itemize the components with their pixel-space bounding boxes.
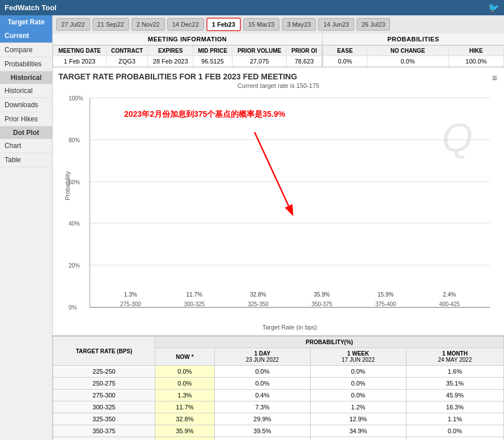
content-area: 27 Jul22 21 Sep22 2 Nov22 14 Dec22 1 Feb… bbox=[53, 15, 504, 440]
rate-375-400: 375-400 bbox=[53, 437, 155, 441]
bar-group-5: 15.9% 375-400 bbox=[354, 291, 418, 307]
col-prior-volume: PRIOR VOLUME bbox=[232, 46, 286, 56]
sidebar-item-compare[interactable]: Compare bbox=[0, 43, 52, 57]
col-mid-price: MID PRICE bbox=[193, 46, 232, 56]
now-225-250: 0.0% bbox=[155, 366, 215, 378]
chart-inner: 0% 20% 40% 60% 80% 100% bbox=[90, 98, 490, 308]
sidebar-item-downloads[interactable]: Downloads bbox=[0, 98, 52, 112]
tab-2nov22[interactable]: 2 Nov22 bbox=[132, 18, 165, 31]
probabilities-block: PROBABILITIES EASE NO CHANGE HIKE 0.0% 0… bbox=[323, 33, 504, 67]
sidebar-item-historical[interactable]: Historical bbox=[0, 84, 52, 98]
prior-volume-val: 27,075 bbox=[232, 56, 286, 67]
table-row: 350-375 35.9% 39.5% 34.9% 0.0% bbox=[53, 425, 504, 437]
tab-3may23[interactable]: 3 May23 bbox=[282, 18, 316, 31]
col-1day: 1 DAY23 JUN 2022 bbox=[214, 348, 310, 366]
tab-15mar23[interactable]: 15 Mar23 bbox=[243, 18, 279, 31]
sidebar-target-rate[interactable]: Target Rate bbox=[0, 15, 52, 29]
rate-250-275: 250-275 bbox=[53, 378, 155, 390]
chart-menu-icon[interactable]: ≡ bbox=[492, 73, 497, 83]
rate-325-350: 325-350 bbox=[53, 413, 155, 425]
bar-label-5: 375-400 bbox=[375, 301, 396, 307]
month1-325-350: 1.1% bbox=[406, 413, 503, 425]
col-hike: HIKE bbox=[448, 46, 503, 56]
table-row: 300-325 11.7% 7.3% 1.2% 16.3% bbox=[53, 401, 504, 413]
day1-275-300: 0.4% bbox=[214, 390, 310, 401]
col-expires: EXPIRES bbox=[148, 46, 193, 56]
bar-value-6: 2.4% bbox=[443, 291, 456, 298]
day1-375-400: 19.7% bbox=[214, 437, 310, 441]
sidebar-dot-plot-section: Dot Plot bbox=[0, 126, 52, 139]
col-prior-oi: PRIOR OI bbox=[287, 46, 322, 56]
tab-14jun23[interactable]: 14 Jun23 bbox=[318, 18, 354, 31]
bars-area: 1.3% 275-300 11.7% 300-325 32.8% bbox=[90, 98, 490, 307]
table-row: 375-400 15.9% 19.7% 36.0% 0.0% bbox=[53, 437, 504, 441]
now-350-375: 35.9% bbox=[155, 425, 215, 437]
sidebar-item-current[interactable]: Current bbox=[0, 29, 52, 43]
twitter-icon[interactable]: 🐦 bbox=[488, 2, 499, 13]
week1-250-275: 0.0% bbox=[310, 378, 406, 390]
tab-27jul22[interactable]: 27 Jul22 bbox=[56, 18, 90, 31]
meeting-info-title: MEETING INFORMATION bbox=[53, 33, 322, 45]
sidebar-item-table[interactable]: Table bbox=[0, 153, 52, 167]
week1-350-375: 34.9% bbox=[310, 425, 406, 437]
prior-oi-val: 78,623 bbox=[287, 56, 322, 67]
bottom-table-section: TARGET RATE (BPS) PROBABILITY(%) NOW * 1… bbox=[53, 335, 504, 440]
bar-label-1: 275-300 bbox=[120, 301, 141, 307]
app-header: FedWatch Tool 🐦 bbox=[0, 0, 504, 15]
month1-225-250: 1.6% bbox=[406, 366, 503, 378]
meeting-date-val: 1 Feb 2023 bbox=[53, 56, 107, 67]
chart-title: TARGET RATE PROBABILITIES FOR 1 FEB 2023… bbox=[58, 72, 498, 81]
month1-300-325: 16.3% bbox=[406, 401, 503, 413]
expires-val: 28 Feb 2023 bbox=[148, 56, 193, 67]
bar-label-2: 300-325 bbox=[184, 301, 205, 307]
col-now: NOW * bbox=[155, 348, 215, 366]
bar-group-4: 35.9% 350-375 bbox=[290, 291, 354, 307]
bar-group-6: 2.4% 400-425 bbox=[418, 291, 482, 307]
bar-value-2: 11.7% bbox=[187, 291, 202, 298]
contract-val: ZQG3 bbox=[106, 56, 148, 67]
now-250-275: 0.0% bbox=[155, 378, 215, 390]
bar-group-1: 1.3% 275-300 bbox=[99, 291, 163, 307]
table-row: 225-250 0.0% 0.0% 0.0% 1.6% bbox=[53, 366, 504, 378]
now-375-400: 15.9% bbox=[155, 437, 215, 441]
main-layout: Target Rate Current Compare Probabilitie… bbox=[0, 15, 504, 440]
day1-225-250: 0.0% bbox=[214, 366, 310, 378]
tab-14dec22[interactable]: 14 Dec22 bbox=[167, 18, 204, 31]
week1-300-325: 1.2% bbox=[310, 401, 406, 413]
tabs-row: 27 Jul22 21 Sep22 2 Nov22 14 Dec22 1 Feb… bbox=[53, 15, 504, 33]
week1-225-250: 0.0% bbox=[310, 366, 406, 378]
month1-250-275: 35.1% bbox=[406, 378, 503, 390]
meeting-info-block: MEETING INFORMATION MEETING DATE CONTRAC… bbox=[53, 33, 323, 67]
sidebar-item-probabilities[interactable]: Probabilities bbox=[0, 57, 52, 71]
day1-350-375: 39.5% bbox=[214, 425, 310, 437]
x-axis-label: Target Rate (in bps) bbox=[90, 324, 490, 331]
col-ease: EASE bbox=[323, 46, 367, 56]
day1-300-325: 7.3% bbox=[214, 401, 310, 413]
bar-label-3: 325-350 bbox=[248, 301, 269, 307]
meeting-section: MEETING INFORMATION MEETING DATE CONTRAC… bbox=[53, 33, 504, 67]
prob-group-header: PROBABILITY(%) bbox=[155, 337, 504, 348]
tab-21sep22[interactable]: 21 Sep22 bbox=[92, 18, 129, 31]
table-row: 325-350 32.8% 29.9% 12.9% 1.1% bbox=[53, 413, 504, 425]
month1-375-400: 0.0% bbox=[406, 437, 503, 441]
table-row: 250-275 0.0% 0.0% 0.0% 35.1% bbox=[53, 378, 504, 390]
no-change-val: 0.0% bbox=[367, 56, 448, 67]
meeting-info-table: MEETING DATE CONTRACT EXPIRES MID PRICE … bbox=[53, 45, 322, 67]
probability-table: TARGET RATE (BPS) PROBABILITY(%) NOW * 1… bbox=[53, 336, 504, 440]
bar-label-4: 350-375 bbox=[311, 301, 332, 307]
table-row: 275-300 1.3% 0.4% 0.0% 45.9% bbox=[53, 390, 504, 401]
bar-value-4: 35.9% bbox=[314, 291, 330, 298]
week1-375-400: 36.0% bbox=[310, 437, 406, 441]
bar-value-3: 32.8% bbox=[250, 291, 266, 298]
sidebar-item-prior-hikes[interactable]: Prior Hikes bbox=[0, 112, 52, 126]
month1-275-300: 45.9% bbox=[406, 390, 503, 401]
month1-350-375: 0.0% bbox=[406, 425, 503, 437]
now-325-350: 32.8% bbox=[155, 413, 215, 425]
col-1week: 1 WEEK17 JUN 2022 bbox=[310, 348, 406, 366]
chart-section: TARGET RATE PROBABILITIES FOR 1 FEB 2023… bbox=[53, 67, 504, 335]
sidebar-item-chart[interactable]: Chart bbox=[0, 139, 52, 153]
tab-1feb23[interactable]: 1 Feb23 bbox=[206, 18, 241, 31]
tab-26jul23[interactable]: 26 Jul23 bbox=[357, 18, 391, 31]
now-275-300: 1.3% bbox=[155, 390, 215, 401]
y-axis-label: Probability bbox=[64, 171, 71, 200]
